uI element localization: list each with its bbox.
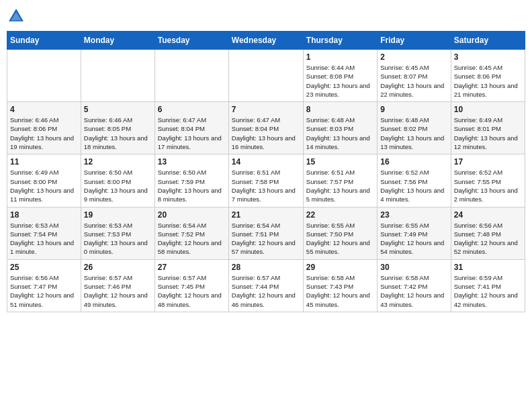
calendar-cell: 12Sunrise: 6:50 AM Sunset: 8:00 PM Dayli… [81,154,154,207]
day-number: 4 [10,105,78,114]
day-number: 7 [232,105,300,114]
day-number: 24 [454,210,522,220]
day-header-friday: Friday [378,32,451,50]
day-header-sunday: Sunday [7,32,81,50]
calendar-table: SundayMondayTuesdayWednesdayThursdayFrid… [7,31,525,312]
day-info: Sunrise: 6:58 AM Sunset: 7:42 PM Dayligh… [380,273,447,309]
calendar-cell: 9Sunrise: 6:48 AM Sunset: 8:02 PM Daylig… [378,102,451,154]
day-header-saturday: Saturday [451,32,525,50]
day-header-wednesday: Wednesday [228,32,303,50]
day-header-thursday: Thursday [303,32,377,50]
day-info: Sunrise: 6:53 AM Sunset: 7:53 PM Dayligh… [84,221,152,257]
logo-icon [7,7,26,26]
week-row-3: 11Sunrise: 6:49 AM Sunset: 8:00 PM Dayli… [7,154,525,207]
day-number: 22 [306,210,374,220]
day-info: Sunrise: 6:45 AM Sunset: 8:06 PM Dayligh… [454,63,522,99]
week-row-5: 25Sunrise: 6:56 AM Sunset: 7:47 PM Dayli… [7,259,525,312]
day-info: Sunrise: 6:53 AM Sunset: 7:54 PM Dayligh… [10,221,78,257]
day-info: Sunrise: 6:51 AM Sunset: 7:57 PM Dayligh… [306,168,374,203]
calendar-cell: 20Sunrise: 6:54 AM Sunset: 7:52 PM Dayli… [154,207,228,259]
calendar-cell: 19Sunrise: 6:53 AM Sunset: 7:53 PM Dayli… [81,207,154,259]
calendar-cell: 8Sunrise: 6:48 AM Sunset: 8:03 PM Daylig… [303,102,377,154]
day-info: Sunrise: 6:50 AM Sunset: 7:59 PM Dayligh… [158,168,226,203]
week-row-4: 18Sunrise: 6:53 AM Sunset: 7:54 PM Dayli… [7,207,525,259]
day-info: Sunrise: 6:48 AM Sunset: 8:02 PM Dayligh… [380,116,447,151]
day-number: 1 [306,52,374,62]
day-header-monday: Monday [81,32,154,50]
calendar-cell: 15Sunrise: 6:51 AM Sunset: 7:57 PM Dayli… [303,154,377,207]
calendar-cell: 17Sunrise: 6:52 AM Sunset: 7:55 PM Dayli… [451,154,525,207]
day-number: 13 [158,157,226,167]
day-number: 31 [454,263,522,272]
day-number: 6 [158,105,226,114]
calendar-cell: 4Sunrise: 6:46 AM Sunset: 8:06 PM Daylig… [7,102,81,154]
calendar-cell [81,50,154,102]
day-info: Sunrise: 6:54 AM Sunset: 7:52 PM Dayligh… [158,221,226,257]
day-number: 5 [84,105,152,114]
day-info: Sunrise: 6:50 AM Sunset: 8:00 PM Dayligh… [84,168,152,203]
day-number: 26 [84,263,152,272]
calendar-cell: 6Sunrise: 6:47 AM Sunset: 8:04 PM Daylig… [154,102,228,154]
calendar-cell: 29Sunrise: 6:58 AM Sunset: 7:43 PM Dayli… [303,259,377,312]
calendar-cell: 10Sunrise: 6:49 AM Sunset: 8:01 PM Dayli… [451,102,525,154]
day-number: 19 [84,210,152,220]
day-info: Sunrise: 6:51 AM Sunset: 7:58 PM Dayligh… [232,168,300,203]
day-number: 14 [232,157,300,167]
calendar-cell: 13Sunrise: 6:50 AM Sunset: 7:59 PM Dayli… [154,154,228,207]
day-info: Sunrise: 6:52 AM Sunset: 7:55 PM Dayligh… [454,168,522,203]
day-info: Sunrise: 6:44 AM Sunset: 8:08 PM Dayligh… [306,63,374,99]
day-info: Sunrise: 6:52 AM Sunset: 7:56 PM Dayligh… [380,168,447,203]
day-number: 18 [10,210,78,220]
logo [7,7,28,26]
day-info: Sunrise: 6:56 AM Sunset: 7:47 PM Dayligh… [10,273,78,309]
day-info: Sunrise: 6:47 AM Sunset: 8:04 PM Dayligh… [232,116,300,151]
day-number: 15 [306,157,374,167]
day-info: Sunrise: 6:57 AM Sunset: 7:45 PM Dayligh… [158,273,226,309]
calendar-cell: 3Sunrise: 6:45 AM Sunset: 8:06 PM Daylig… [451,50,525,102]
week-row-1: 1Sunrise: 6:44 AM Sunset: 8:08 PM Daylig… [7,50,525,102]
day-number: 8 [306,105,374,114]
day-info: Sunrise: 6:59 AM Sunset: 7:41 PM Dayligh… [454,273,522,309]
day-info: Sunrise: 6:48 AM Sunset: 8:03 PM Dayligh… [306,116,374,151]
day-number: 17 [454,157,522,167]
calendar-cell: 16Sunrise: 6:52 AM Sunset: 7:56 PM Dayli… [378,154,451,207]
day-info: Sunrise: 6:57 AM Sunset: 7:46 PM Dayligh… [84,273,152,309]
day-header-tuesday: Tuesday [154,32,228,50]
calendar-cell: 11Sunrise: 6:49 AM Sunset: 8:00 PM Dayli… [7,154,81,207]
day-info: Sunrise: 6:55 AM Sunset: 7:50 PM Dayligh… [306,221,374,257]
day-info: Sunrise: 6:56 AM Sunset: 7:48 PM Dayligh… [454,221,522,257]
calendar-cell: 26Sunrise: 6:57 AM Sunset: 7:46 PM Dayli… [81,259,154,312]
calendar-cell: 23Sunrise: 6:55 AM Sunset: 7:49 PM Dayli… [378,207,451,259]
calendar-cell [7,50,81,102]
day-number: 29 [306,263,374,272]
day-info: Sunrise: 6:57 AM Sunset: 7:44 PM Dayligh… [232,273,300,309]
day-number: 3 [454,52,522,62]
day-number: 9 [380,105,447,114]
day-number: 27 [158,263,226,272]
day-number: 25 [10,263,78,272]
day-number: 28 [232,263,300,272]
calendar-cell: 30Sunrise: 6:58 AM Sunset: 7:42 PM Dayli… [378,259,451,312]
day-number: 30 [380,263,447,272]
day-info: Sunrise: 6:55 AM Sunset: 7:49 PM Dayligh… [380,221,447,257]
day-number: 21 [232,210,300,220]
day-number: 16 [380,157,447,167]
calendar-cell: 2Sunrise: 6:45 AM Sunset: 8:07 PM Daylig… [378,50,451,102]
day-info: Sunrise: 6:54 AM Sunset: 7:51 PM Dayligh… [232,221,300,257]
day-number: 11 [10,157,78,167]
calendar-cell: 28Sunrise: 6:57 AM Sunset: 7:44 PM Dayli… [228,259,303,312]
day-info: Sunrise: 6:46 AM Sunset: 8:05 PM Dayligh… [84,116,152,151]
calendar-cell: 21Sunrise: 6:54 AM Sunset: 7:51 PM Dayli… [228,207,303,259]
calendar-cell: 27Sunrise: 6:57 AM Sunset: 7:45 PM Dayli… [154,259,228,312]
day-info: Sunrise: 6:47 AM Sunset: 8:04 PM Dayligh… [158,116,226,151]
day-number: 12 [84,157,152,167]
calendar-cell: 24Sunrise: 6:56 AM Sunset: 7:48 PM Dayli… [451,207,525,259]
page-header [7,7,525,26]
calendar-cell: 18Sunrise: 6:53 AM Sunset: 7:54 PM Dayli… [7,207,81,259]
day-number: 23 [380,210,447,220]
header-row: SundayMondayTuesdayWednesdayThursdayFrid… [7,32,525,50]
calendar-cell [154,50,228,102]
day-info: Sunrise: 6:49 AM Sunset: 8:00 PM Dayligh… [10,168,78,203]
calendar-cell: 25Sunrise: 6:56 AM Sunset: 7:47 PM Dayli… [7,259,81,312]
day-info: Sunrise: 6:49 AM Sunset: 8:01 PM Dayligh… [454,116,522,151]
